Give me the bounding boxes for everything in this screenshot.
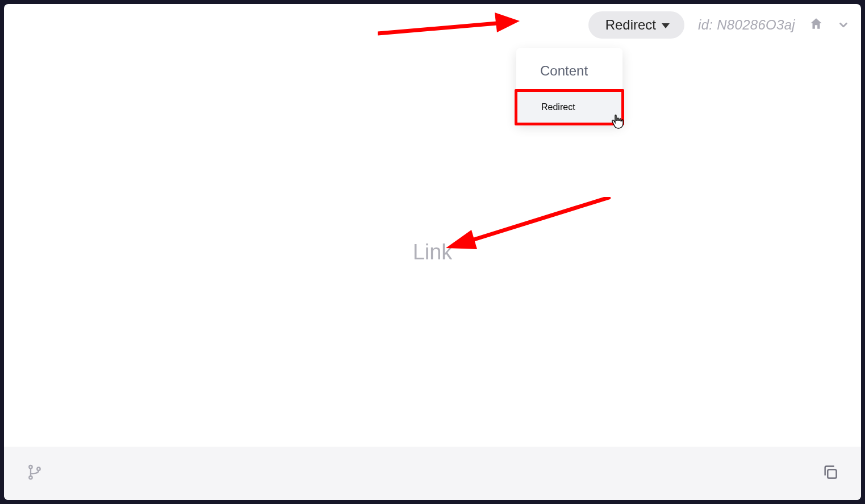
footer-bar xyxy=(4,447,861,500)
dropdown-item-label: Content xyxy=(540,63,588,78)
chevron-down-icon[interactable] xyxy=(837,19,850,31)
link-input[interactable] xyxy=(348,240,518,264)
svg-line-6 xyxy=(469,197,611,241)
dropdown-item-content[interactable]: Content xyxy=(516,53,622,89)
dropdown-item-redirect[interactable]: Redirect xyxy=(515,89,624,125)
branch-icon[interactable] xyxy=(27,464,43,482)
editor-panel: Redirect id: N80286O3aj Content Redirect xyxy=(4,4,861,500)
caret-down-icon xyxy=(662,23,670,28)
copy-icon[interactable] xyxy=(822,464,838,482)
home-icon[interactable] xyxy=(809,16,824,33)
type-selector-button[interactable]: Redirect xyxy=(588,11,684,39)
id-label: id: N80286O3aj xyxy=(698,17,795,33)
type-dropdown-menu: Content Redirect xyxy=(516,48,622,124)
svg-rect-3 xyxy=(828,469,836,478)
header-bar: Redirect id: N80286O3aj xyxy=(4,4,861,46)
pointer-cursor-icon xyxy=(610,114,625,129)
type-selector-label: Redirect xyxy=(605,17,656,33)
dropdown-item-label: Redirect xyxy=(541,102,575,112)
